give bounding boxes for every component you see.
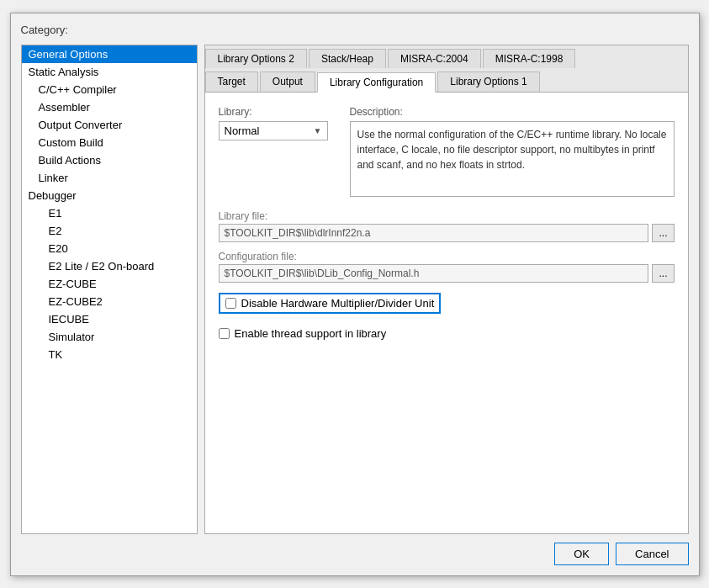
checkbox1-label: Disable Hardware Multiplier/Divider Unit [241, 297, 435, 310]
tab-library-options-2[interactable]: Library Options 2 [205, 49, 307, 68]
category-item-debugger[interactable]: Debugger [22, 187, 197, 204]
tab-misra-c-2004[interactable]: MISRA-C:2004 [388, 49, 481, 68]
config-file-row: Configuration file: ... [219, 251, 675, 283]
tab-misra-c-1998[interactable]: MISRA-C:1998 [483, 49, 576, 68]
category-item-output-converter[interactable]: Output Converter [22, 116, 197, 134]
content-panel: Library Options 2Stack/HeapMISRA-C:2004M… [204, 45, 689, 534]
tab-content: Library: Normal ▼ Description: Use the n… [205, 93, 688, 533]
config-file-input[interactable] [219, 264, 649, 283]
main-dialog: Category: General OptionsStatic Analysis… [10, 13, 700, 576]
tab-stack-heap[interactable]: Stack/Heap [309, 49, 386, 68]
description-label: Description: [350, 106, 675, 118]
tab-output[interactable]: Output [260, 72, 315, 92]
library-file-row: Library file: ... [219, 210, 675, 242]
ok-button[interactable]: OK [554, 543, 609, 565]
lib-config-body: Library: Normal ▼ Description: Use the n… [219, 106, 675, 197]
tabs-container: Library Options 2Stack/HeapMISRA-C:2004M… [205, 45, 688, 93]
tab-library-configuration[interactable]: Library Configuration [317, 72, 436, 93]
checkbox2-row: Enable thread support in library [219, 327, 675, 340]
category-label: Category: [21, 24, 689, 36]
tab-library-options-1[interactable]: Library Options 1 [437, 72, 539, 92]
category-item-static-analysis[interactable]: Static Analysis [22, 63, 197, 81]
checkbox1-row: Disable Hardware Multiplier/Divider Unit [219, 293, 442, 314]
category-item-ez-cube[interactable]: EZ-CUBE [22, 275, 197, 293]
library-file-input[interactable] [219, 224, 649, 242]
category-panel: General OptionsStatic AnalysisC/C++ Comp… [21, 45, 198, 534]
cancel-button[interactable]: Cancel [616, 543, 688, 565]
category-item-assembler[interactable]: Assembler [22, 98, 197, 116]
category-item-iecube[interactable]: IECUBE [22, 310, 197, 328]
category-item-simulator[interactable]: Simulator [22, 328, 197, 346]
library-right: Description: Use the normal configuratio… [350, 106, 675, 197]
library-value: Normal [225, 124, 260, 137]
checkboxes-section: Disable Hardware Multiplier/Divider Unit… [219, 293, 675, 340]
dialog-body: General OptionsStatic AnalysisC/C++ Comp… [21, 45, 689, 534]
library-file-label: Library file: [219, 210, 675, 222]
category-item-e2[interactable]: E2 [22, 222, 197, 240]
category-item-tk[interactable]: TK [22, 346, 197, 363]
category-item-build-actions[interactable]: Build Actions [22, 151, 197, 169]
enable-thread-support-checkbox[interactable] [219, 328, 230, 339]
category-item-c-cpp-compiler[interactable]: C/C++ Compiler [22, 81, 197, 98]
disable-hw-multiplier-checkbox[interactable] [225, 298, 236, 309]
category-item-e20[interactable]: E20 [22, 240, 197, 257]
library-file-browse-button[interactable]: ... [652, 224, 674, 242]
category-item-e1[interactable]: E1 [22, 204, 197, 222]
tab-target[interactable]: Target [205, 72, 258, 92]
category-item-ez-cube2[interactable]: EZ-CUBE2 [22, 293, 197, 310]
category-item-custom-build[interactable]: Custom Build [22, 134, 197, 151]
library-left: Library: Normal ▼ [219, 106, 336, 197]
category-item-e2-lite[interactable]: E2 Lite / E2 On-board [22, 257, 197, 275]
description-box: Use the normal configuration of the C/EC… [350, 121, 675, 197]
library-select[interactable]: Normal ▼ [219, 121, 328, 140]
category-item-linker[interactable]: Linker [22, 169, 197, 187]
library-file-input-row: ... [219, 224, 675, 242]
checkbox2-label: Enable thread support in library [235, 327, 387, 340]
category-item-general-options[interactable]: General Options [22, 45, 197, 63]
tabs-bottom-row: TargetOutputLibrary ConfigurationLibrary… [205, 68, 688, 92]
config-file-label: Configuration file: [219, 251, 675, 262]
config-file-input-row: ... [219, 264, 675, 283]
tabs-top-row: Library Options 2Stack/HeapMISRA-C:2004M… [205, 45, 688, 68]
dialog-footer: OK Cancel [21, 543, 689, 565]
library-label: Library: [219, 106, 336, 118]
dropdown-arrow-icon: ▼ [314, 126, 322, 135]
config-file-browse-button[interactable]: ... [652, 264, 674, 283]
